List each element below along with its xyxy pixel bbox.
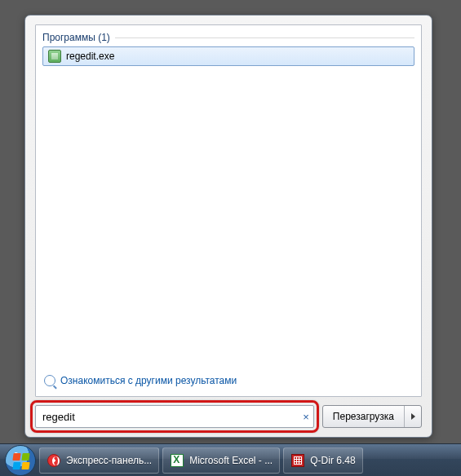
taskbar-item-label: Microsoft Excel - ... [189, 455, 273, 466]
taskbar-item-excel[interactable]: Microsoft Excel - ... [162, 447, 280, 474]
excel-icon [170, 453, 184, 468]
start-button[interactable] [5, 445, 36, 476]
search-icon [44, 375, 55, 386]
shutdown-label: Перезагрузка [333, 411, 394, 422]
taskbar-item-label: Экспресс-панель... [66, 455, 152, 466]
divider [115, 37, 414, 38]
regedit-icon [48, 50, 61, 63]
result-label: regedit.exe [66, 51, 114, 62]
clear-search-icon[interactable]: × [303, 411, 309, 423]
shutdown-split-button[interactable]: Перезагрузка [322, 405, 422, 428]
start-menu-panel: Программы (1) regedit.exe Ознакомиться с… [24, 15, 432, 438]
more-results-label: Ознакомиться с другими результатами [60, 375, 237, 386]
group-title: Программы (1) [42, 32, 110, 43]
taskbar: Экспресс-панель... Microsoft Excel - ...… [0, 443, 461, 476]
taskbar-item-opera[interactable]: Экспресс-панель... [39, 447, 159, 474]
search-input[interactable] [35, 405, 314, 428]
search-results-panel: Программы (1) regedit.exe Ознакомиться с… [35, 24, 422, 397]
start-menu-bottom-row: × Перезагрузка [35, 405, 422, 428]
search-result-item[interactable]: regedit.exe [42, 46, 414, 66]
qdir-icon [290, 453, 305, 468]
chevron-right-icon [410, 412, 416, 421]
spacer [42, 66, 414, 372]
taskbar-item-qdir[interactable]: Q-Dir 6.48 [283, 447, 362, 474]
results-group-header: Программы (1) [42, 32, 414, 43]
search-input-wrapper: × [35, 405, 314, 428]
shutdown-button[interactable]: Перезагрузка [323, 406, 405, 427]
windows-logo-icon [13, 453, 29, 469]
opera-icon [47, 453, 61, 468]
more-results-link[interactable]: Ознакомиться с другими результатами [42, 372, 414, 390]
taskbar-item-label: Q-Dir 6.48 [310, 455, 355, 466]
shutdown-options-button[interactable] [405, 406, 421, 427]
